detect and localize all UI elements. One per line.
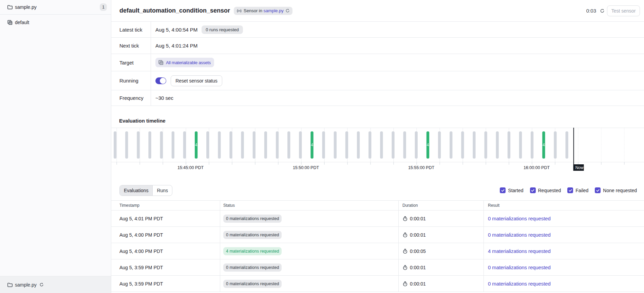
svg-text:Now: Now <box>575 165 584 170</box>
svg-text:4: 4 <box>427 143 429 147</box>
svg-text:15:45:00 PDT: 15:45:00 PDT <box>177 165 204 170</box>
svg-text:15:55:00 PDT: 15:55:00 PDT <box>408 165 434 170</box>
svg-text:16:00:00 PDT: 16:00:00 PDT <box>524 165 550 170</box>
svg-text:4: 4 <box>195 143 197 147</box>
svg-text:4: 4 <box>543 143 545 147</box>
svg-text:4: 4 <box>311 143 313 147</box>
svg-text:15:50:00 PDT: 15:50:00 PDT <box>293 165 319 170</box>
